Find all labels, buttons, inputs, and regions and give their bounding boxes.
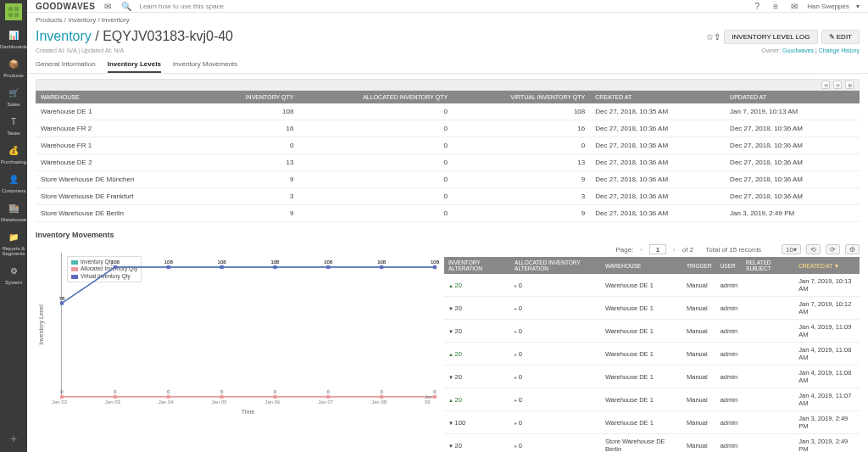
table-row[interactable]: 200Warehouse DE 1ManualadminJan 7, 2019,… [444,274,860,297]
table-row[interactable]: Store Warehouse DE Berlin909Dec 27, 2018… [36,205,860,222]
app-logo[interactable] [5,3,22,20]
change-history-link[interactable]: Change History [819,47,860,53]
levels-reset-icon[interactable]: ⟲ [821,81,830,89]
tax-icon: T [8,117,19,129]
user-menu[interactable]: Han Sweppes [807,3,849,10]
moves-col-6[interactable]: CREATED AT ▼ [794,257,860,274]
cart-icon: 🛒 [8,88,19,100]
box-icon: 📦 [8,59,19,71]
movements-reset-icon[interactable]: ⟲ [806,244,821,254]
table-row[interactable]: 200Warehouse DE 1ManualadminJan 7, 2019,… [444,297,860,320]
page-next-icon[interactable]: › [671,246,677,254]
levels-col-0[interactable]: WAREHOUSE [36,91,204,103]
crumb-1[interactable]: Inventory [68,16,96,24]
levels-settings-icon[interactable]: ⚙ [845,81,854,89]
crumb-0[interactable]: Products [36,16,63,24]
svg-text:108: 108 [164,259,174,265]
inventory-level-log-button[interactable]: INVENTORY LEVEL LOG [724,30,817,44]
share-icon[interactable]: ⇪ [714,32,721,42]
table-row[interactable]: 200Warehouse DE 1ManualadminJan 4, 2019,… [444,320,860,343]
levels-toolbar: ⟲ ⟳ ⚙ [36,79,860,91]
svg-text:0: 0 [380,389,383,394]
svg-text:78: 78 [59,296,65,301]
page-input[interactable] [649,244,666,254]
moves-col-1[interactable]: ALLOCATED INVENTORY ALTERATION [510,257,601,274]
search-hint[interactable]: Learn how to use this space [139,3,224,10]
search-icon[interactable]: 🔍 [120,0,132,12]
table-row[interactable]: Store Warehouse DE München909Dec 27, 201… [36,171,860,188]
sidebar-item-reports-segments[interactable]: 📁Reports & Segments [0,227,27,261]
page-meta: Created At: N/A | Updated At: N/A Owner:… [27,47,868,57]
table-row[interactable]: 200Store Warehouse DE BerlinManualadminJ… [444,434,860,453]
svg-rect-32 [380,395,383,399]
svg-rect-40 [167,265,170,269]
help-icon[interactable]: ? [751,0,763,12]
levels-col-1[interactable]: INVENTORY QTY [204,91,299,103]
dash-icon: 📊 [8,31,19,42]
levels-col-3[interactable]: VIRTUAL INVENTORY QTY [453,91,590,103]
svg-rect-3 [14,13,19,17]
svg-rect-30 [326,395,330,399]
sidebar-item-dashboards[interactable]: 📊Dashboards [0,25,27,54]
svg-text:108: 108 [111,259,120,265]
edit-button[interactable]: ✎ EDIT [821,30,860,44]
tab-inventory-movements[interactable]: Inventory Movements [173,57,237,73]
svg-rect-36 [60,302,64,305]
sidebar-add-button[interactable]: + [10,432,17,445]
levels-col-4[interactable]: CREATED AT [590,91,725,103]
breadcrumb: Products / Inventory / Inventory [27,13,868,27]
tab-general-information[interactable]: General Information [36,57,96,73]
svg-rect-42 [220,265,224,269]
svg-rect-28 [273,395,276,399]
sidebar-item-products[interactable]: 📦Products [0,54,27,83]
svg-text:108: 108 [218,259,227,265]
table-row[interactable]: Store Warehouse DE Frankfurt303Dec 27, 2… [36,188,860,205]
svg-text:108: 108 [324,259,333,265]
levels-col-2[interactable]: ALLOCATED INVENTORY QTY [298,91,453,103]
sidebar-item-taxes[interactable]: TTaxes [0,112,27,141]
movements-refresh-icon[interactable]: ⟳ [826,244,840,254]
per-page-select[interactable]: 10 ▾ [782,244,801,254]
levels-refresh-icon[interactable]: ⟳ [833,81,842,89]
sidebar-item-customers[interactable]: 👤Customers [0,170,27,198]
inventory-levels-table: WAREHOUSEINVENTORY QTYALLOCATED INVENTOR… [36,91,860,222]
svg-text:0: 0 [114,389,117,394]
movements-settings-icon[interactable]: ⚙ [845,244,860,254]
owner-link[interactable]: Goodwaves [782,47,814,53]
svg-rect-24 [167,395,170,399]
svg-rect-46 [326,265,330,269]
svg-rect-20 [60,395,64,399]
sidebar-item-sales[interactable]: 🛒Sales [0,83,27,112]
table-row[interactable]: Warehouse FR 216016Dec 27, 2018, 10:36 A… [36,120,860,137]
moves-col-4[interactable]: USER [716,257,742,274]
favorite-icon[interactable]: ☆ [706,32,714,42]
menu-icon[interactable]: ≡ [770,0,782,12]
table-row[interactable]: 200Warehouse DE 1ManualadminJan 4, 2019,… [444,388,860,411]
table-row[interactable]: Warehouse DE 213013Dec 27, 2018, 10:36 A… [36,154,860,171]
moves-col-3[interactable]: TRIGGER [682,257,716,274]
moves-col-0[interactable]: INVENTORY ALTERATION [444,257,510,274]
svg-text:0: 0 [167,389,170,394]
svg-text:0: 0 [327,389,331,394]
table-row[interactable]: 1000Warehouse DE 1ManualadminJan 3, 2019… [444,411,860,434]
table-row[interactable]: Warehouse DE 11080108Dec 27, 2018, 10:35… [36,103,860,120]
svg-text:108: 108 [270,259,280,265]
inbox-icon[interactable]: ✉ [102,0,114,12]
tab-inventory-levels[interactable]: Inventory Levels [108,57,161,73]
coin-icon: 💰 [8,146,19,158]
table-row[interactable]: 200Warehouse DE 1ManualadminJan 4, 2019,… [444,343,860,366]
levels-col-5[interactable]: UPDATED AT [725,91,860,103]
mail-icon[interactable]: ✉ [788,0,800,12]
svg-rect-48 [380,265,383,269]
user-menu-caret[interactable]: ▾ [856,3,860,10]
page-title-prefix[interactable]: Inventory [36,29,92,43]
page-prev-icon[interactable]: ‹ [638,246,644,254]
sidebar-item-purchasing[interactable]: 💰Purchasing [0,141,27,170]
page-header: Inventory / EQYJV03183-kvj0-40 ☆ ⇪ INVEN… [27,27,868,47]
moves-col-2[interactable]: WAREHOUSE [601,257,682,274]
moves-col-5[interactable]: RELATED SUBJECT [742,257,794,274]
sidebar-item-warehouse[interactable]: 🏬Warehouse [0,198,27,227]
table-row[interactable]: 200Warehouse DE 1ManualadminJan 4, 2019,… [444,366,860,388]
table-row[interactable]: Warehouse FR 1000Dec 27, 2018, 10:36 AMD… [36,137,860,154]
sidebar-item-system[interactable]: ⚙System [0,261,27,290]
